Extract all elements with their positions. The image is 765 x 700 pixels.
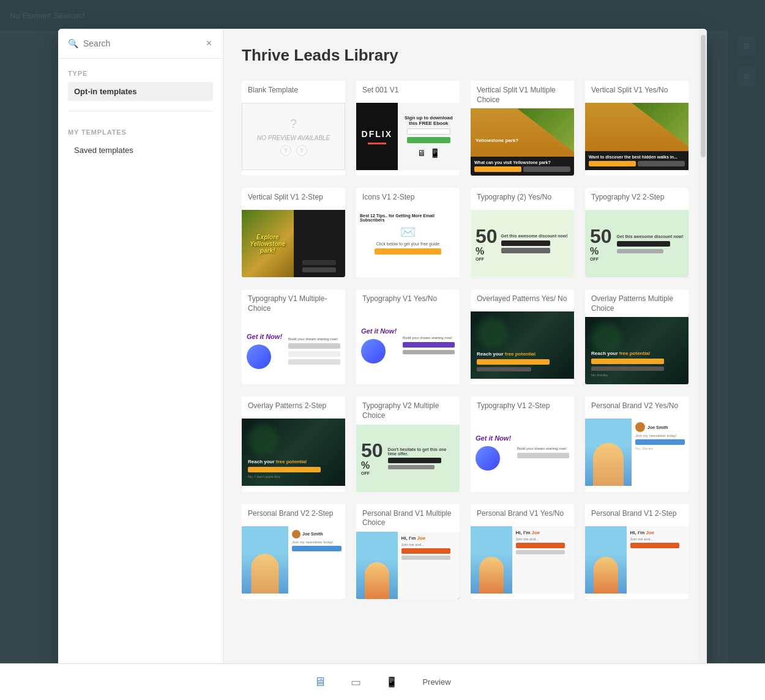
template-label-personal-v1-mc: Personal Brand V1 Multiple Choice — [356, 504, 460, 532]
typo50-no-btn — [501, 248, 550, 253]
template-card-overlay-mc[interactable]: Overlay Patterns Multiple Choice Reach y… — [585, 289, 688, 384]
template-card-personal-v1-yesno[interactable]: Personal Brand V1 Yes/No Hi, I'm Joe Joi… — [471, 504, 574, 599]
blank-dot-1: ? — [280, 145, 291, 156]
template-card-typo-v2-2step[interactable]: Typography V2 2-Step 50 % OFF Get this a… — [585, 188, 688, 277]
template-card-typo-v1-yesno[interactable]: Typography V1 Yes/No Get it Now! Build y… — [356, 289, 460, 384]
set001-inner: DFLIX Sign up to download this FREE Eboo… — [356, 103, 460, 170]
typo-v2-sub: Get this awesome discount now! — [617, 234, 684, 239]
typo50-off: OFF — [476, 257, 498, 261]
getit-yesno-yes — [403, 342, 455, 348]
search-input[interactable] — [83, 39, 200, 48]
my-templates-label: MY TEMPLATES — [68, 128, 213, 136]
search-icon: 🔍 — [68, 39, 78, 48]
overlay-mc-link: No thanks — [591, 373, 682, 377]
getit-yesno-inner: Get it Now! Build your dream starting no… — [356, 311, 460, 379]
vsplit-2step-right — [294, 210, 346, 277]
template-card-vsplit-mc[interactable]: Vertical Split V1 Multiple Choice What c… — [471, 81, 574, 176]
typo-v2-mc-btn1 — [388, 458, 442, 463]
template-thumb-personal-v2-2step: Joe Smith Join my newsletter today! — [242, 526, 345, 594]
template-thumb-typo-v1-2step: Get it Now! Build your dream starting no… — [471, 419, 574, 486]
template-card-typo-v2-mc[interactable]: Typography V2 Multiple Choice 50 % OFF D… — [356, 397, 460, 491]
sidebar-item-saved[interactable]: Saved templates — [68, 141, 213, 160]
blank-text: NO PREVIEW AVAILABLE — [257, 135, 330, 141]
template-card-blank[interactable]: Blank Template ? NO PREVIEW AVAILABLE ? … — [242, 81, 345, 176]
template-card-icons-2step[interactable]: Icons V1 2-Step Best 12 Tips.. for Getti… — [356, 188, 460, 277]
vsplit-yesno-no — [638, 161, 685, 166]
mobile-view-btn[interactable]: 📱 — [386, 676, 398, 688]
typo-v2-mc-right: Don't hesitate to get this one time offe… — [386, 447, 455, 469]
template-card-set001[interactable]: Set 001 V1 DFLIX Sign up to download thi… — [356, 81, 460, 176]
template-card-typo2-yesno[interactable]: Typography (2) Yes/No 50 % OFF Get this … — [471, 188, 574, 277]
typo50-yes-btn — [501, 240, 550, 246]
blank-dots: ? ? — [280, 145, 307, 156]
template-thumb-blank: ? NO PREVIEW AVAILABLE ? ? — [242, 103, 345, 170]
template-card-personal-v2-2step[interactable]: Personal Brand V2 2-Step Joe Smith — [242, 504, 345, 599]
overlay-mc-text: Reach your free potential No thanks — [591, 351, 682, 377]
templates-grid: Blank Template ? NO PREVIEW AVAILABLE ? … — [242, 81, 688, 599]
sidebar-item-optin[interactable]: Opt-in templates — [68, 82, 213, 101]
template-label-typo2-yesno: Typography (2) Yes/No — [471, 188, 574, 210]
overlay-2step-btn — [248, 467, 321, 472]
personal-v2-2step-desc: Join my newsletter today! — [292, 540, 341, 544]
personal-photo — [585, 419, 632, 486]
joe-mc-sub: Join me and... — [401, 543, 425, 546]
vsplit-yesno-q: Want to discover the best hidden walks i… — [589, 155, 685, 159]
vsplit-yesno-leaves — [632, 103, 688, 147]
template-thumb-personal-v1-mc: Hi, I'm Joe Join me and... — [356, 532, 460, 599]
overlay-2step-title: Reach your free potential — [248, 459, 339, 464]
personal-v2-2step-name: Joe Smith — [302, 532, 323, 536]
getit-yesno-no — [403, 350, 455, 354]
personal-desc: Join my newsletter today! — [635, 434, 685, 438]
template-card-vsplit-2step[interactable]: Vertical Split V1 2-Step Explore Yellows… — [242, 188, 345, 277]
template-label-overlay-yesno: Overlayed Patterns Yes/ No — [471, 289, 574, 311]
template-card-overlay-yesno[interactable]: Overlayed Patterns Yes/ No Reach your fr… — [471, 289, 574, 384]
typo50-sub: Get this awesome discount now! — [501, 234, 569, 238]
preview-button[interactable]: Preview — [422, 677, 450, 687]
set001-logo: DFLIX — [362, 129, 392, 139]
joe-yesno-greeting: Hi, I'm Joe — [516, 530, 540, 535]
getit-yesno-title: Get it Now! — [361, 327, 397, 335]
template-card-vsplit-yesno[interactable]: Vertical Split V1 Yes/No Want to discove… — [585, 81, 688, 176]
joe-mc-inner: Hi, I'm Joe Join me and... — [356, 532, 460, 599]
template-card-overlay-2step[interactable]: Overlay Patterns 2-Step Reach your free … — [242, 397, 345, 491]
getit-mc-title: Get it Now! — [247, 333, 282, 340]
joe-2step-btn — [630, 543, 679, 548]
getit-mc-globe — [247, 344, 271, 369]
joe-yesno-right: Hi, I'm Joe Join me and... — [512, 526, 574, 594]
joe-yesno-inner: Hi, I'm Joe Join me and... — [471, 526, 574, 594]
vsplit-yesno-inner: Want to discover the best hidden walks i… — [585, 103, 688, 170]
scrollbar-thumb[interactable] — [701, 35, 706, 157]
set001-title: Sign up to download this FREE Ebook — [401, 115, 456, 126]
set001-right: Sign up to download this FREE Ebook 🖥 📱 — [398, 103, 460, 170]
vsplit-yesno-yes — [589, 161, 636, 166]
desktop-view-btn[interactable]: 🖥 — [314, 675, 326, 689]
overlay-mc-btn1 — [591, 359, 664, 364]
template-card-personal-v1-2step[interactable]: Personal Brand V1 2-Step Hi, I'm Joe Joi… — [585, 504, 688, 599]
desktop-icon: 🖥 — [314, 675, 326, 689]
template-label-personal-v1-yesno: Personal Brand V1 Yes/No — [471, 504, 574, 526]
modal-close-button[interactable]: × — [205, 37, 213, 50]
template-label-overlay-mc: Overlay Patterns Multiple Choice — [585, 289, 688, 317]
set001-phone-icon: 📱 — [430, 148, 440, 158]
overlay-mc-inner: Reach your free potential No thanks — [585, 317, 688, 384]
template-card-typo-v1-2step[interactable]: Typography V1 2-Step Get it Now! Build y… — [471, 397, 574, 491]
typo-v2-mc-off: OFF — [361, 471, 383, 475]
library-title: Thrive Leads Library — [242, 46, 688, 65]
vsplit-mc-btn1 — [474, 166, 521, 172]
vsplit-2step-btn1 — [302, 260, 336, 265]
template-card-typo-v1-mc[interactable]: Typography V1 Multiple-Choice Get it Now… — [242, 289, 345, 384]
template-label-typo-v1-yesno: Typography V1 Yes/No — [356, 289, 460, 311]
personal-v2-2step-av — [292, 530, 300, 538]
template-card-personal-v1-mc[interactable]: Personal Brand V1 Multiple Choice Hi, I'… — [356, 504, 460, 599]
getit-2step-title: Get it Now! — [476, 434, 511, 442]
icons-envelope-icon: ✉️ — [360, 225, 456, 239]
joe-mc-figure — [365, 562, 389, 599]
overlay-yesno-inner: Reach your free potential — [471, 311, 574, 379]
typo-v2-mc-inner: 50 % OFF Don't hesitate to get this one … — [356, 425, 460, 492]
main-content: Thrive Leads Library Blank Template ? NO… — [223, 29, 707, 671]
tablet-view-btn[interactable]: ▭ — [351, 676, 361, 689]
template-card-personal-v2-yesno[interactable]: Personal Brand V2 Yes/No Joe Smith — [585, 397, 688, 491]
typo-v2-mc-50: 50 % OFF — [361, 441, 383, 475]
template-label-typo-v2-mc: Typography V2 Multiple Choice — [356, 397, 460, 424]
set001-device-icon: 🖥 — [417, 148, 426, 158]
